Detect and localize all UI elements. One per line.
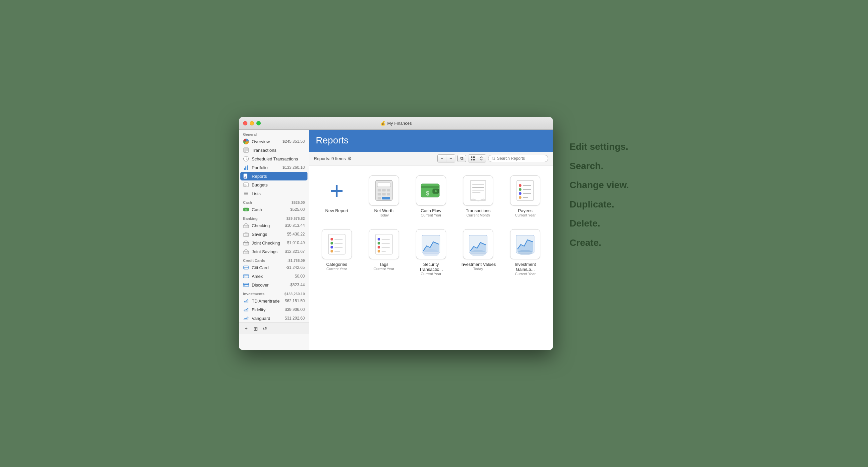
joint-checking-icon (243, 240, 249, 246)
investments-name: Investment Values (460, 262, 496, 267)
payees-name: Payees (518, 208, 532, 213)
new-report-item[interactable]: + New Report (316, 172, 358, 221)
new-report-icon-container: + (322, 175, 352, 205)
svg-rect-69 (387, 189, 390, 192)
calculator-icon (372, 179, 396, 202)
app-wrapper: 💰 My Finances General (239, 117, 629, 350)
sidebar-item-vanguard[interactable]: Vanguard $31,202.60 (239, 314, 309, 323)
investments-report-item[interactable]: Investment Values Today (457, 226, 499, 279)
sidebar-item-cash[interactable]: $ Cash $525.00 (239, 205, 309, 214)
payee-list-icon (514, 179, 537, 202)
lists-icon (243, 191, 249, 197)
svg-point-95 (331, 238, 333, 240)
svg-rect-59 (471, 157, 472, 158)
svg-rect-30 (247, 226, 247, 228)
tags-icon-box (369, 229, 399, 259)
duplicate-report-button[interactable]: ⧉ (457, 155, 466, 162)
svg-rect-35 (247, 234, 247, 236)
search-box[interactable] (488, 155, 548, 162)
search-icon (492, 157, 495, 161)
svg-rect-46 (246, 252, 246, 254)
wallet-icon: $ (419, 179, 443, 202)
net-worth-icon-box (369, 175, 399, 205)
sidebar-section-credit: Credit Cards -$1,766.09 (239, 256, 309, 263)
sidebar-item-overview[interactable]: Overview $245,351.50 (239, 137, 309, 146)
svg-rect-61 (471, 159, 472, 161)
svg-rect-76 (421, 186, 439, 188)
sidebar-item-amex[interactable]: Amex $0.00 (239, 272, 309, 280)
cash-flow-report-item[interactable]: $ Cash Flow Current Year (410, 172, 452, 221)
annotation-create: Create. (563, 237, 629, 248)
tags-name: Tags (379, 262, 388, 267)
close-button[interactable] (243, 121, 247, 126)
add-report-button[interactable]: + (438, 155, 446, 162)
svg-rect-72 (387, 193, 390, 196)
svg-point-106 (378, 242, 380, 244)
svg-point-99 (331, 246, 333, 248)
svg-point-110 (378, 250, 380, 253)
sidebar-item-scheduled[interactable]: Scheduled Transactions (239, 155, 309, 163)
gainloss-icon (514, 233, 537, 256)
traffic-lights (243, 121, 261, 126)
annotation-delete: Delete. (563, 218, 629, 229)
security-report-item[interactable]: Security Transactio... Current Year (410, 226, 452, 279)
remove-report-button[interactable]: − (446, 155, 455, 162)
svg-rect-71 (382, 193, 385, 196)
discover-icon (243, 282, 249, 288)
view-toggle-group (468, 155, 486, 162)
minimize-button[interactable] (250, 121, 254, 126)
sidebar-item-joint-checking[interactable]: Joint Checking $1,010.49 (239, 238, 309, 247)
categories-report-item[interactable]: Categories Current Year (316, 226, 358, 279)
budget-icon (243, 182, 249, 188)
security-icon-box (416, 229, 446, 259)
gainloss-name: Investment Gain/Lo... (506, 262, 544, 272)
settings-gear-icon[interactable]: ⚙ (347, 156, 352, 161)
svg-rect-41 (246, 243, 246, 245)
sidebar-item-fidelity[interactable]: Fidelity $39,906.00 (239, 305, 309, 314)
gainloss-icon-box (510, 229, 540, 259)
gainloss-report-item[interactable]: Investment Gain/Lo... Current Year (504, 226, 546, 279)
fidelity-icon (243, 306, 249, 312)
payees-report-item[interactable]: Payees Current Year (504, 172, 546, 221)
net-worth-subtitle: Today (379, 213, 389, 217)
svg-rect-52 (244, 276, 245, 277)
sidebar-item-citi[interactable]: Citi Card -$1,242.65 (239, 263, 309, 272)
sidebar-item-budgets[interactable]: Budgets (239, 180, 309, 189)
sidebar-item-transactions[interactable]: Transactions (239, 146, 309, 155)
sidebar-item-td[interactable]: TD Ameritrade $62,151.50 (239, 297, 309, 305)
chart-bar-icon (243, 164, 249, 170)
tags-report-item[interactable]: Tags Current Year (363, 226, 405, 279)
svg-rect-36 (246, 234, 246, 236)
sidebar-item-checking[interactable]: Checking $10,813.44 (239, 221, 309, 230)
svg-point-78 (435, 190, 437, 192)
svg-rect-39 (245, 243, 245, 245)
sidebar-refresh-button[interactable]: ↺ (261, 325, 269, 332)
toolbar-left: Reports: 9 Items ⚙ (314, 156, 435, 161)
vanguard-icon (243, 315, 249, 321)
list-icon (243, 147, 249, 153)
sidebar-grid-button[interactable]: ⊞ (252, 325, 259, 332)
sidebar-item-reports[interactable]: Reports (240, 172, 307, 180)
sidebar-add-button[interactable]: + (242, 325, 250, 332)
sidebar-section-investments: Investments $133,260.10 (239, 289, 309, 297)
page-title: Reports (316, 135, 546, 146)
sidebar-item-discover[interactable]: Discover -$523.44 (239, 280, 309, 289)
sidebar-item-portfolio[interactable]: Portfolio $133,260.10 (239, 163, 309, 172)
svg-text:$: $ (245, 208, 247, 211)
svg-point-92 (519, 196, 522, 199)
toolbar-right: + − ⧉ (437, 155, 548, 162)
sidebar-item-joint-savings[interactable]: Joint Savings $12,321.67 (239, 247, 309, 256)
transactions-report-item[interactable]: Transactions Current Month (457, 172, 499, 221)
grid-view-button[interactable] (468, 155, 477, 162)
svg-rect-74 (382, 197, 390, 199)
tag-icon (372, 233, 396, 256)
search-input[interactable] (497, 156, 545, 161)
add-remove-group: + − (437, 155, 455, 162)
net-worth-report-item[interactable]: Net Worth Today (363, 172, 405, 221)
main-window: 💰 My Finances General (239, 117, 553, 350)
maximize-button[interactable] (256, 121, 261, 126)
sort-view-button[interactable] (477, 155, 486, 162)
reports-grid: + New Report (316, 172, 546, 279)
sidebar-item-savings[interactable]: Savings $5,430.22 (239, 230, 309, 238)
sidebar-item-lists[interactable]: Lists (239, 189, 309, 198)
